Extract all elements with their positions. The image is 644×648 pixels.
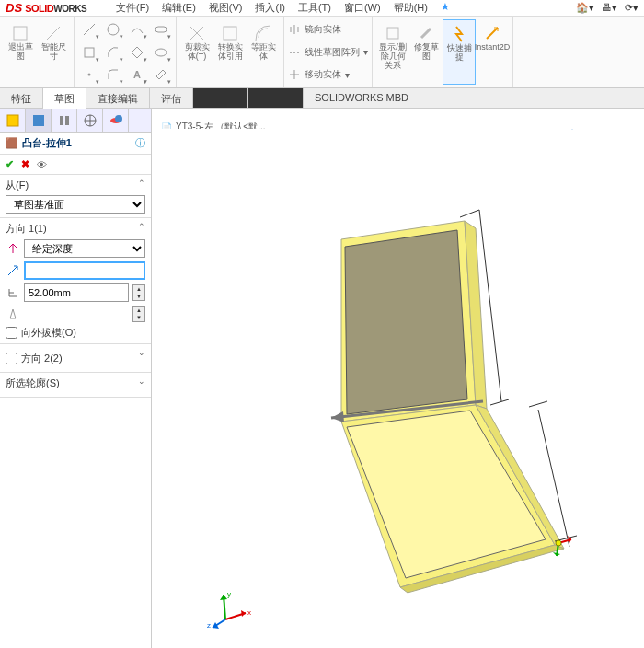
feature-tree-tab[interactable] bbox=[0, 109, 26, 132]
depth-spinner[interactable]: ▲▼ bbox=[132, 284, 145, 301]
svg-point-16 bbox=[115, 115, 122, 122]
tab-mbd[interactable]: SOLIDWORKS MBD bbox=[304, 88, 420, 108]
svg-rect-0 bbox=[14, 27, 27, 40]
direction-field[interactable] bbox=[24, 261, 145, 280]
menu-tools[interactable]: 工具(T) bbox=[293, 0, 337, 17]
arc-tool[interactable] bbox=[102, 42, 124, 63]
slot-tool[interactable] bbox=[150, 19, 172, 40]
dir2-checkbox[interactable]: 方向 2(2) bbox=[6, 352, 63, 365]
polygon-tool[interactable] bbox=[126, 42, 148, 63]
from-label: 从(F) bbox=[6, 179, 29, 192]
preview-toggle[interactable]: 👁 bbox=[37, 159, 47, 170]
relations-button[interactable]: 显示/删除几何关系 bbox=[376, 19, 409, 85]
instant2d-button[interactable]: Instant2D bbox=[476, 19, 509, 85]
svg-text:x: x bbox=[247, 608, 251, 617]
home-icon[interactable]: 🏠▾ bbox=[576, 2, 594, 14]
plane-tool[interactable] bbox=[150, 64, 172, 85]
dimxpert-tab[interactable] bbox=[77, 109, 103, 132]
ribbon: 退出草图 智能尺寸 A 剪裁实体(T) 转换实体引用 等距实体 镜向实体 线 bbox=[0, 17, 644, 88]
svg-point-1 bbox=[108, 24, 119, 35]
tab-evaluate[interactable]: 评估 bbox=[150, 88, 193, 108]
move-button[interactable]: 移动实体▾ bbox=[288, 68, 368, 81]
collapse-dir1-icon[interactable]: ⌃ bbox=[138, 222, 145, 236]
svg-rect-14 bbox=[65, 116, 69, 125]
from-select[interactable]: 草图基准面 bbox=[6, 195, 145, 214]
svg-rect-10 bbox=[387, 28, 398, 39]
model-preview bbox=[152, 129, 644, 644]
tab-sketch[interactable]: 草图 bbox=[43, 88, 86, 109]
menu-file[interactable]: 文件(F) bbox=[110, 0, 155, 17]
collapse-from-icon[interactable]: ⌃ bbox=[138, 179, 145, 192]
convert-button[interactable]: 转换实体引用 bbox=[213, 19, 247, 85]
display-tab[interactable] bbox=[103, 109, 129, 132]
direction-vector-icon[interactable] bbox=[6, 263, 20, 278]
tab-feature[interactable]: 特征 bbox=[0, 88, 43, 108]
linear-pattern-button[interactable]: 线性草图阵列▾ bbox=[288, 46, 368, 59]
view-orientation-icon[interactable] bbox=[563, 129, 581, 131]
tab-dimxpert[interactable] bbox=[193, 88, 248, 108]
trim-button[interactable]: 剪裁实体(T) bbox=[180, 19, 213, 85]
rect-tool[interactable] bbox=[78, 42, 100, 63]
ok-button[interactable]: ✔ bbox=[6, 158, 14, 170]
exit-sketch-button[interactable]: 退出草图 bbox=[4, 19, 37, 65]
config-tab[interactable] bbox=[52, 109, 77, 132]
zoom-fit-icon[interactable] bbox=[591, 129, 609, 131]
app-logo: DS SOLIDWORKS bbox=[0, 1, 92, 15]
menu-edit[interactable]: 编辑(E) bbox=[156, 0, 201, 17]
tab-addin[interactable] bbox=[248, 88, 304, 108]
help-icon[interactable]: ⓘ bbox=[135, 136, 145, 150]
text-tool[interactable]: A bbox=[126, 64, 148, 85]
svg-text:z: z bbox=[207, 621, 211, 630]
svg-text:y: y bbox=[227, 590, 231, 598]
feature-title: 凸台-拉伸1 bbox=[22, 136, 72, 150]
depth-icon bbox=[6, 285, 20, 300]
collapse-dir2-icon[interactable]: ⌄ bbox=[138, 348, 145, 365]
command-tabs: 特征 草图 直接编辑 评估 SOLIDWORKS MBD bbox=[0, 88, 644, 109]
ellipse-tool[interactable] bbox=[150, 42, 172, 63]
tab-direct-edit[interactable]: 直接编辑 bbox=[86, 88, 150, 108]
menu-star-icon[interactable]: ★ bbox=[435, 0, 455, 17]
draft-icon[interactable] bbox=[6, 307, 20, 321]
menu-window[interactable]: 窗口(W) bbox=[339, 0, 386, 17]
property-manager-tab[interactable] bbox=[26, 109, 52, 132]
depth-input[interactable] bbox=[24, 284, 129, 302]
collapse-thin-icon[interactable]: ⌄ bbox=[138, 376, 145, 390]
spline-tool[interactable] bbox=[126, 19, 148, 40]
3d-viewport[interactable]: x y z bbox=[152, 129, 644, 648]
refresh-icon[interactable]: ⟳▾ bbox=[625, 2, 638, 14]
svg-rect-3 bbox=[85, 48, 94, 57]
print-icon[interactable]: 🖶▾ bbox=[602, 2, 617, 14]
svg-point-4 bbox=[155, 49, 167, 56]
offset-button[interactable]: 等距实体 bbox=[247, 19, 280, 85]
smart-dimension-button[interactable]: 智能尺寸 bbox=[37, 19, 70, 65]
fillet-tool[interactable] bbox=[102, 64, 124, 85]
svg-point-9 bbox=[297, 52, 299, 53]
draft-spinner[interactable]: ▲▼ bbox=[132, 306, 145, 322]
menu-view[interactable]: 视图(V) bbox=[203, 0, 248, 17]
ds-logo-icon: DS bbox=[6, 1, 22, 15]
point-tool[interactable] bbox=[78, 64, 100, 85]
view-triad-icon[interactable]: x y z bbox=[207, 587, 253, 633]
svg-point-5 bbox=[88, 74, 91, 76]
draft-outward-checkbox[interactable]: 向外拔模(O) bbox=[6, 326, 145, 340]
repair-button[interactable]: 修复草图 bbox=[409, 19, 443, 85]
thin-label: 所选轮廓(S) bbox=[6, 376, 60, 390]
svg-rect-6 bbox=[224, 27, 236, 40]
zoom-area-icon[interactable] bbox=[618, 129, 637, 131]
end-condition-select[interactable]: 给定深度 bbox=[24, 239, 145, 258]
reverse-direction-icon[interactable] bbox=[6, 241, 20, 256]
circle-tool[interactable] bbox=[102, 19, 124, 40]
svg-point-7 bbox=[290, 52, 292, 53]
svg-rect-11 bbox=[7, 115, 18, 126]
quick-snap-button[interactable]: 快速捕捉 bbox=[443, 19, 476, 85]
cancel-button[interactable]: ✖ bbox=[21, 158, 29, 170]
svg-point-19 bbox=[556, 540, 561, 546]
menu-insert[interactable]: 插入(I) bbox=[249, 0, 290, 17]
extrude-icon: 🟫 bbox=[6, 137, 18, 149]
menu-help[interactable]: 帮助(H) bbox=[388, 0, 433, 17]
svg-point-8 bbox=[293, 52, 295, 53]
mirror-button[interactable]: 镜向实体 bbox=[288, 23, 368, 36]
svg-rect-13 bbox=[60, 116, 63, 125]
line-tool[interactable] bbox=[78, 19, 100, 40]
property-manager-panel: 🟫凸台-拉伸1 ⓘ ✔ ✖ 👁 从(F)⌃ 草图基准面 方向 1(1)⌃ 给定深… bbox=[0, 109, 152, 648]
